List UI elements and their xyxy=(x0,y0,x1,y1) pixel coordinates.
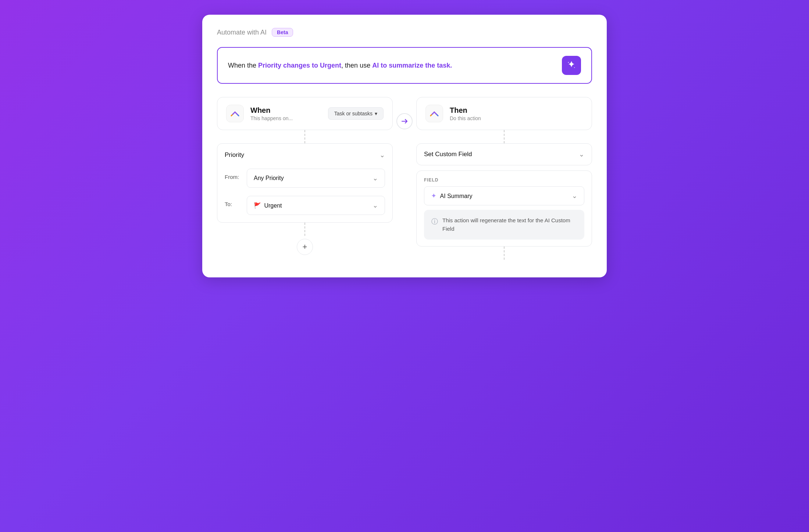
then-logo-icon xyxy=(425,105,443,122)
summary-highlight1: Priority changes to Urgent xyxy=(258,62,341,69)
task-subtasks-button[interactable]: Task or subtasks ▾ xyxy=(328,107,384,120)
columns-container: When This happens on... Task or subtasks… xyxy=(217,97,592,260)
arrow-connector xyxy=(393,97,416,129)
condition-block: Priority ⌄ From: Any Priority ⌄ To: xyxy=(217,143,393,223)
then-subtitle: Do this action xyxy=(450,115,583,121)
ai-summary-dropdown[interactable]: ✦ AI Summary ⌄ xyxy=(424,186,584,205)
when-card-info: When This happens on... xyxy=(250,106,321,121)
priority-chevron-icon: ⌄ xyxy=(379,151,385,159)
to-value: 🚩 Urgent xyxy=(254,202,282,209)
from-label: From: xyxy=(225,174,242,180)
set-custom-chevron-icon: ⌄ xyxy=(579,150,584,158)
to-row: To: 🚩 Urgent ⌄ xyxy=(225,193,385,215)
priority-dropdown[interactable]: Priority ⌄ xyxy=(225,151,385,159)
then-block: Then Do this action Set Custom Field ⌄ xyxy=(416,97,592,260)
sparkle-icon xyxy=(566,60,577,71)
task-btn-chevron: ▾ xyxy=(375,111,377,116)
arrow-circle xyxy=(396,113,413,129)
set-custom-field-label: Set Custom Field xyxy=(424,151,472,158)
clickup-logo-2 xyxy=(428,108,440,119)
info-text: This action will regenerate the text for… xyxy=(442,216,577,233)
clickup-logo xyxy=(229,108,241,119)
task-btn-label: Task or subtasks xyxy=(334,111,373,116)
add-condition-button[interactable]: + xyxy=(297,239,313,255)
dashed-connector-3 xyxy=(504,130,505,143)
then-card: Then Do this action xyxy=(416,97,592,130)
sparkle-small-icon: ✦ xyxy=(431,192,436,200)
dashed-connector-1 xyxy=(304,130,305,143)
then-card-info: Then Do this action xyxy=(450,106,583,121)
dashed-connector-2 xyxy=(304,223,305,236)
to-label: To: xyxy=(225,201,242,207)
dashed-connector-4 xyxy=(504,247,505,260)
header-row: Automate with AI Beta xyxy=(217,28,592,37)
summary-text: When the Priority changes to Urgent, the… xyxy=(228,61,452,71)
when-column: When This happens on... Task or subtasks… xyxy=(217,97,393,255)
add-btn-label: + xyxy=(303,242,307,252)
summary-text-mid: , then use xyxy=(341,62,372,69)
from-row: From: Any Priority ⌄ xyxy=(225,166,385,188)
flag-icon: 🚩 xyxy=(254,202,261,209)
arrow-right-icon xyxy=(400,117,409,125)
to-dropdown[interactable]: 🚩 Urgent ⌄ xyxy=(247,196,385,215)
then-title: Then xyxy=(450,106,583,115)
then-column: Then Do this action Set Custom Field ⌄ xyxy=(416,97,592,260)
ai-summary-chevron-icon: ⌄ xyxy=(572,192,577,200)
header-title: Automate with AI xyxy=(217,29,267,36)
from-value: Any Priority xyxy=(254,175,284,181)
from-chevron-icon: ⌄ xyxy=(373,174,378,182)
field-section-label: FIELD xyxy=(424,177,584,183)
set-custom-dropdown-row[interactable]: Set Custom Field ⌄ xyxy=(424,150,584,158)
action-inner-block: Set Custom Field ⌄ FIELD ✦ AI Summary xyxy=(416,143,592,247)
beta-badge: Beta xyxy=(272,28,293,37)
from-dropdown[interactable]: Any Priority ⌄ xyxy=(247,169,385,188)
field-section: FIELD ✦ AI Summary ⌄ ⓘ This action will … xyxy=(416,170,592,247)
when-title: When xyxy=(250,106,321,115)
svg-point-1 xyxy=(574,67,575,68)
info-circle-icon: ⓘ xyxy=(431,217,438,226)
when-block: When This happens on... Task or subtasks… xyxy=(217,97,393,255)
when-logo-icon xyxy=(226,105,244,122)
ai-sparkle-button[interactable] xyxy=(562,56,581,75)
set-custom-field-dropdown[interactable]: Set Custom Field ⌄ xyxy=(416,143,592,165)
priority-dropdown-label: Priority xyxy=(225,151,244,159)
svg-point-0 xyxy=(568,62,569,63)
when-subtitle: This happens on... xyxy=(250,115,321,121)
to-chevron-icon: ⌄ xyxy=(373,201,378,209)
summary-highlight2: AI to summarize the task. xyxy=(372,62,452,69)
ai-summary-label: ✦ AI Summary xyxy=(431,192,473,200)
summary-text-plain: When the xyxy=(228,62,258,69)
main-card: Automate with AI Beta When the Priority … xyxy=(202,15,607,277)
info-box: ⓘ This action will regenerate the text f… xyxy=(424,210,584,240)
when-card: When This happens on... Task or subtasks… xyxy=(217,97,393,130)
summary-box: When the Priority changes to Urgent, the… xyxy=(217,47,592,84)
